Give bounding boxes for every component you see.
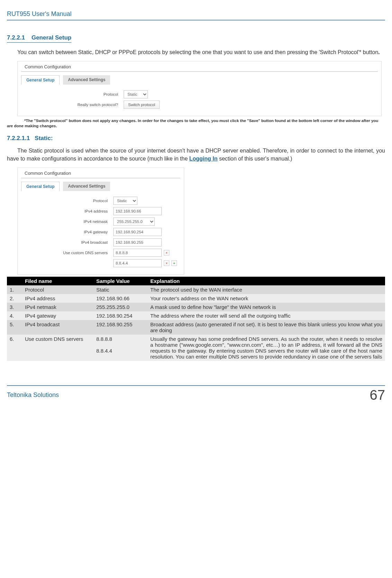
- heading-static: 7.2.2.1.1 Static:: [7, 135, 385, 142]
- cell-name: Use custom DNS servers: [22, 335, 93, 361]
- panel-title: Common Configuration: [21, 168, 180, 178]
- cell-name: Protocol: [22, 285, 93, 294]
- cell-exp: The protocol used by the WAN interface: [148, 285, 385, 294]
- row-protocol: Protocol Static: [21, 90, 378, 98]
- row-dns1: Use custom DNS servers ×: [21, 249, 180, 257]
- form: Protocol Static Really switch protocol? …: [18, 85, 381, 116]
- section-general-setup: 7.2.2.1 General Setup: [7, 34, 385, 43]
- tab-general-setup[interactable]: General Setup: [21, 182, 60, 191]
- footnote-switch-protocol: *The "Switch protocol" button does not a…: [7, 118, 385, 129]
- row-ipv4-broadcast: IPv4 broadcast: [21, 238, 180, 247]
- input-dns2[interactable]: [113, 259, 162, 267]
- heading-number: 7.2.2.1.1: [7, 135, 30, 141]
- cell-name: IPv4 address: [22, 294, 93, 303]
- parameters-table: Filed name Sample Value Explanation 1. P…: [7, 277, 385, 361]
- footnote-text: *The "Switch protocol" button does not a…: [7, 119, 378, 128]
- label-ipv4-gateway: IPv4 gateway: [21, 230, 113, 234]
- table-row: 5. IPv4 broadcast 192.168.90.255 Broadca…: [7, 320, 385, 335]
- table-row: 2. IPv4 address 192.168.90.66 Your route…: [7, 294, 385, 303]
- label-ipv4-netmask: IPv4 netmask: [21, 219, 113, 224]
- page-number: 67: [370, 387, 385, 403]
- screenshot-switch-protocol: Common Configuration General Setup Advan…: [17, 61, 382, 116]
- switch-protocol-button[interactable]: Switch protocol: [124, 101, 160, 109]
- cell-exp: Your router's address on the WAN network: [148, 294, 385, 303]
- cell-sample: 192.168.90.255: [93, 320, 148, 335]
- cell-num: 1.: [7, 285, 22, 294]
- cell-num: 3.: [7, 303, 22, 311]
- select-protocol[interactable]: Static: [124, 90, 148, 98]
- form: Protocol Static IPv4 address IPv4 netmas…: [18, 191, 184, 274]
- row-dns2: × +: [21, 259, 180, 267]
- cell-name: IPv4 broadcast: [22, 320, 93, 335]
- tab-bar: General Setup Advanced Settings: [18, 72, 381, 85]
- label-ipv4-address: IPv4 address: [21, 209, 113, 213]
- cell-exp: Broadcast address (auto generated if not…: [148, 320, 385, 335]
- link-logging-in[interactable]: Logging In: [189, 156, 218, 162]
- cell-sample: 192.168.90.254: [93, 311, 148, 320]
- table-body: 1. Protocol Static The protocol used by …: [7, 285, 385, 361]
- page-footer: Teltonika Solutions 67: [7, 385, 385, 403]
- cell-exp: A mask used to define how "large" the WA…: [148, 303, 385, 311]
- cell-num: 2.: [7, 294, 22, 303]
- cell-num: 5.: [7, 320, 22, 335]
- cell-sample: 255.255.255.0: [93, 303, 148, 311]
- heading-number: 7.2.2.1: [7, 34, 25, 41]
- heading-general-setup: 7.2.2.1 General Setup: [7, 34, 71, 43]
- header-rule: [7, 20, 385, 20]
- label-protocol: Protocol: [21, 199, 113, 203]
- table-row: 1. Protocol Static The protocol used by …: [7, 285, 385, 294]
- heading-title: General Setup: [32, 34, 71, 41]
- doc-header: RUT955 User's Manual: [7, 10, 385, 18]
- select-protocol[interactable]: Static: [113, 197, 137, 205]
- col-explanation: Explanation: [148, 277, 385, 285]
- input-ipv4-gateway[interactable]: [113, 228, 162, 236]
- tab-bar: General Setup Advanced Settings: [18, 178, 184, 191]
- footer-company: Teltonika Solutions: [7, 391, 59, 399]
- input-ipv4-address[interactable]: [113, 207, 162, 215]
- text: You can switch between Static, DHCP or P…: [17, 49, 378, 55]
- row-ipv4-netmask: IPv4 netmask 255.255.255.0: [21, 217, 180, 226]
- bold-period: .: [378, 49, 380, 55]
- cell-sample: Static: [93, 285, 148, 294]
- cell-sample: 8.8.8.8 8.8.4.4: [93, 335, 148, 361]
- cell-name: IPv4 netmask: [22, 303, 93, 311]
- label-dns: Use custom DNS servers: [21, 251, 113, 255]
- input-ipv4-broadcast[interactable]: [113, 238, 162, 247]
- label-really-switch: Really switch protocol?: [21, 103, 124, 107]
- table-header-row: Filed name Sample Value Explanation: [7, 277, 385, 285]
- col-sample-value: Sample Value: [93, 277, 148, 285]
- tab-advanced-settings[interactable]: Advanced Settings: [63, 75, 110, 85]
- table-row: 4. IPv4 gateway 192.168.90.254 The addre…: [7, 311, 385, 320]
- panel-title: Common Configuration: [21, 61, 378, 72]
- paragraph-static: The Static protocol is used when the sou…: [7, 147, 385, 163]
- row-switch: Really switch protocol? Switch protocol: [21, 101, 378, 109]
- label-protocol: Protocol: [21, 92, 124, 96]
- input-dns1[interactable]: [113, 249, 162, 257]
- heading-title: Static:: [35, 135, 53, 141]
- table-row: 3. IPv4 netmask 255.255.255.0 A mask use…: [7, 303, 385, 311]
- table-row: 6. Use custom DNS servers 8.8.8.8 8.8.4.…: [7, 335, 385, 361]
- row-ipv4-gateway: IPv4 gateway: [21, 228, 180, 236]
- row-ipv4-address: IPv4 address: [21, 207, 180, 215]
- cell-sample: 192.168.90.66: [93, 294, 148, 303]
- remove-icon[interactable]: ×: [164, 250, 169, 256]
- tab-advanced-settings[interactable]: Advanced Settings: [63, 182, 110, 191]
- cell-exp: Usually the gateway has some predefined …: [148, 335, 385, 361]
- col-blank: [7, 277, 22, 285]
- cell-name: IPv4 gateway: [22, 311, 93, 320]
- tab-general-setup[interactable]: General Setup: [21, 75, 60, 85]
- text-after-link: section of this user's manual.): [217, 156, 292, 162]
- cell-num: 4.: [7, 311, 22, 320]
- add-icon[interactable]: +: [171, 260, 177, 266]
- remove-icon[interactable]: ×: [164, 260, 169, 266]
- row-protocol: Protocol Static: [21, 197, 180, 205]
- col-field-name: Filed name: [22, 277, 93, 285]
- label-ipv4-broadcast: IPv4 broadcast: [21, 240, 113, 244]
- screenshot-static-config: Common Configuration General Setup Advan…: [17, 167, 184, 275]
- select-ipv4-netmask[interactable]: 255.255.255.0: [113, 217, 155, 226]
- paragraph-general-setup: You can switch between Static, DHCP or P…: [7, 48, 385, 56]
- cell-num: 6.: [7, 335, 22, 361]
- cell-exp: The address where the router will send a…: [148, 311, 385, 320]
